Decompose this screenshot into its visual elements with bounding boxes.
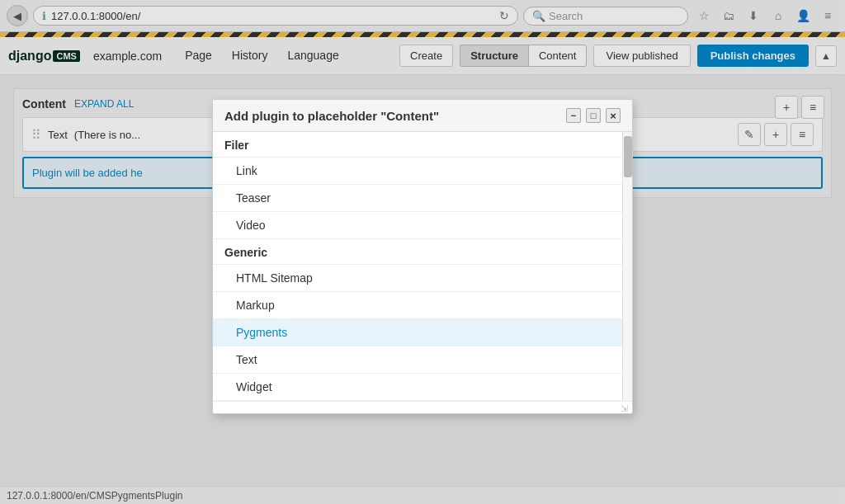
- resize-handle[interactable]: ⇲: [621, 403, 630, 413]
- plugin-markup[interactable]: Markup: [213, 292, 622, 319]
- plugin-text[interactable]: Text: [213, 346, 622, 374]
- modal-title: Add plugin to placeholder "Content": [224, 109, 566, 123]
- plugin-pygments[interactable]: Pygments: [213, 319, 622, 346]
- modal-header-buttons: − □ ×: [566, 108, 621, 123]
- modal-maximize-button[interactable]: □: [586, 108, 601, 123]
- plugin-widget[interactable]: Widget: [213, 374, 622, 401]
- modal-overlay: Add plugin to placeholder "Content" − □ …: [0, 0, 845, 504]
- scrollbar-thumb: [624, 136, 632, 177]
- plugin-link[interactable]: Link: [213, 158, 622, 185]
- plugin-list-inner[interactable]: Filer Link Teaser Video Generic HTML Sit…: [213, 132, 622, 401]
- group-header-filer: Filer: [213, 132, 622, 158]
- plugin-teaser[interactable]: Teaser: [213, 185, 622, 212]
- modal-scrollbar[interactable]: [622, 132, 632, 401]
- plugin-html-sitemap[interactable]: HTML Sitemap: [213, 265, 622, 292]
- modal-dialog: Add plugin to placeholder "Content" − □ …: [212, 99, 633, 414]
- plugin-video[interactable]: Video: [213, 212, 622, 239]
- group-header-generic: Generic: [213, 239, 622, 265]
- plugin-list: Filer Link Teaser Video Generic HTML Sit…: [213, 132, 632, 401]
- modal-header: Add plugin to placeholder "Content" − □ …: [213, 100, 632, 132]
- modal-footer: ⇲: [213, 401, 632, 413]
- modal-minimize-button[interactable]: −: [566, 108, 581, 123]
- modal-close-button[interactable]: ×: [606, 108, 621, 123]
